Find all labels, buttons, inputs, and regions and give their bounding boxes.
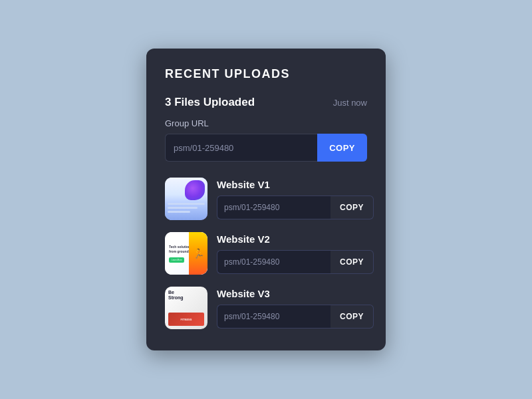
- card-title: RECENT UPLOADS: [165, 67, 367, 81]
- group-url-input[interactable]: [165, 134, 317, 162]
- file-info-v1: Website V1 COPY: [217, 179, 374, 219]
- file-url-input-v2[interactable]: [217, 250, 331, 274]
- file-name-v1: Website V1: [217, 179, 374, 190]
- thumbnail-v1: [165, 178, 207, 220]
- recent-uploads-card: RECENT UPLOADS 3 Files Uploaded Just now…: [146, 49, 386, 350]
- files-header: 3 Files Uploaded Just now: [165, 96, 367, 109]
- group-url-row: COPY: [165, 134, 367, 162]
- copy-button-v3[interactable]: COPY: [331, 305, 374, 329]
- file-url-input-v1[interactable]: [217, 196, 331, 219]
- file-info-v2: Website V2 COPY: [217, 233, 374, 274]
- group-copy-button[interactable]: COPY: [317, 134, 367, 162]
- group-url-label: Group URL: [165, 118, 367, 128]
- copy-button-v1[interactable]: COPY: [331, 196, 374, 219]
- file-name-v3: Website V3: [217, 288, 374, 299]
- timestamp: Just now: [333, 98, 367, 108]
- file-item-v3: BeStrong FITNESS Website V3 COPY: [165, 287, 367, 329]
- thumbnail-v2: Tech solutionsfrom ground up Learn More …: [165, 232, 207, 275]
- file-url-row-v2: COPY: [217, 250, 374, 274]
- file-item-v1: Website V1 COPY: [165, 178, 367, 220]
- files-count: 3 Files Uploaded: [165, 96, 255, 109]
- copy-button-v2[interactable]: COPY: [331, 250, 374, 274]
- file-url-row-v3: COPY: [217, 305, 374, 329]
- file-info-v3: Website V3 COPY: [217, 288, 374, 329]
- file-name-v2: Website V2: [217, 233, 374, 245]
- file-url-row-v1: COPY: [217, 196, 374, 219]
- thumb-v2-person-icon: 🏃: [193, 248, 204, 259]
- thumbnail-v3: BeStrong FITNESS: [165, 287, 207, 329]
- file-url-input-v3[interactable]: [217, 305, 331, 329]
- file-item-v2: Tech solutionsfrom ground up Learn More …: [165, 232, 367, 275]
